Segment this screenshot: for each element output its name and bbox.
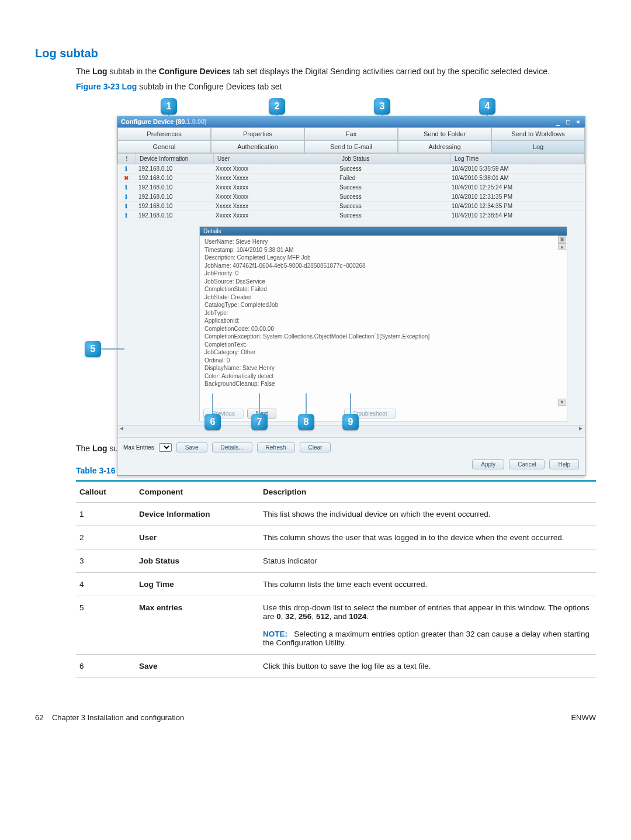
cell-device: 192.168.0.10 (135, 184, 212, 191)
figure-container: 1 2 3 4 Configure Device (80.1.0.00) _ □… (76, 98, 596, 437)
cell-status: Success (336, 165, 448, 172)
refresh-button[interactable]: Refresh (257, 443, 295, 452)
tab-send-to-folder[interactable]: Send to Folder (398, 127, 491, 140)
details-text: UserName: Steve Henry Timestamp: 10/4/20… (204, 238, 429, 387)
callout-bubble-7: 7 (251, 414, 268, 430)
tab-properties[interactable]: Properties (211, 127, 304, 140)
cell-device: 192.168.0.10 (135, 174, 212, 182)
tab-log[interactable]: Log (491, 140, 585, 153)
details-button[interactable]: Details... (212, 443, 252, 452)
cell-device: 192.168.0.10 (135, 202, 212, 210)
status-icon: ℹ (117, 184, 135, 191)
cell-status: Success (336, 212, 448, 219)
cell-time: 10/4/2010 12:34:35 PM (448, 202, 585, 210)
status-icon: ℹ (117, 193, 135, 201)
cell-user: Xxxxx Xxxxx (212, 193, 336, 201)
cancel-button[interactable]: Cancel (509, 459, 545, 469)
callout-line (306, 393, 307, 414)
dialog-footer-buttons: Apply Cancel Help (117, 456, 585, 475)
callout-bubble-6: 6 (204, 414, 221, 430)
log-header-row: ! Device Information User Job Status Log… (117, 153, 585, 164)
lower-toolbar: Max Entries Save Details... Refresh Clea… (117, 437, 585, 456)
status-icon: ✖ (117, 174, 135, 182)
figure-caption: Figure 3-23 Log subtab in the Configure … (76, 81, 596, 93)
table-row[interactable]: ✖192.168.0.10Xxxxx XxxxxFailed10/4/2010 … (117, 174, 585, 183)
cell-callout: 4 (76, 573, 136, 596)
cell-user: Xxxxx Xxxxx (212, 174, 336, 182)
cell-status: Success (336, 202, 448, 210)
cell-component: Device Information (136, 503, 259, 526)
callout-line (212, 393, 213, 414)
tab-send-to-workflows[interactable]: Send to Workflows (491, 127, 585, 140)
cell-description: Status indicator (259, 549, 596, 573)
clear-button[interactable]: Clear (300, 443, 331, 452)
table-row[interactable]: ℹ192.168.0.10Xxxxx XxxxxSuccess10/4/2010… (117, 183, 585, 192)
tab-preferences[interactable]: Preferences (117, 127, 211, 140)
table-row: 5Max entriesUse this drop-down list to s… (76, 596, 596, 655)
tab-send-to-email[interactable]: Send to E-mail (304, 140, 398, 153)
table-row[interactable]: ℹ192.168.0.10Xxxxx XxxxxSuccess10/4/2010… (117, 211, 585, 220)
intro-paragraph: The Log subtab in the Configure Devices … (76, 66, 596, 78)
cell-component: User (136, 526, 259, 549)
sub-tab-row: General Authentication Send to E-mail Ad… (117, 140, 585, 153)
window-title: Configure Device (80. (121, 118, 186, 125)
th-component: Component (136, 481, 259, 503)
apply-button[interactable]: Apply (472, 459, 504, 469)
col-header-device[interactable]: Device Information (136, 154, 214, 164)
cell-description: This column lists the time each event oc… (259, 573, 596, 596)
cell-description: Click this button to save the log file a… (259, 655, 596, 678)
col-header-logtime[interactable]: Log Time (451, 154, 584, 164)
details-scrollbar[interactable]: ▣▲ (559, 236, 566, 251)
cell-component: Max entries (136, 596, 259, 655)
callout-bubble-9: 9 (342, 414, 359, 430)
callout-bubble-3: 3 (374, 98, 390, 115)
cell-time: 10/4/2010 12:38:54 PM (448, 212, 585, 219)
col-header-user[interactable]: User (214, 154, 338, 164)
cell-callout: 2 (76, 526, 136, 549)
log-rows: ℹ192.168.0.10Xxxxx XxxxxSuccess10/4/2010… (117, 164, 585, 220)
cell-time: 10/4/2010 12:31:35 PM (448, 193, 585, 201)
callout-line (101, 348, 124, 350)
tab-fax[interactable]: Fax (304, 127, 398, 140)
table-row: 6SaveClick this button to save the log f… (76, 655, 596, 678)
callout-bubble-8: 8 (298, 414, 314, 430)
window-controls[interactable]: _ □ × (556, 118, 581, 126)
page-footer: 62 Chapter 3 Installation and configurat… (35, 713, 596, 722)
cell-description: This list shows the individual device on… (259, 503, 596, 526)
details-header: Details (200, 227, 567, 236)
col-header-status[interactable]: Job Status (338, 154, 451, 164)
cell-status: Success (336, 184, 448, 191)
cell-time: 10/4/2010 12:25:24 PM (448, 184, 585, 191)
help-button[interactable]: Help (549, 459, 579, 469)
max-entries-label: Max Entries (123, 444, 154, 451)
callout-bubble-5: 5 (85, 341, 101, 357)
callout-line (259, 393, 260, 414)
th-callout: Callout (76, 481, 136, 503)
details-scrollbar-down[interactable]: ▼ (559, 399, 566, 406)
section-heading: Log subtab (35, 47, 596, 60)
tab-authentication[interactable]: Authentication (211, 140, 304, 153)
cell-user: Xxxxx Xxxxx (212, 212, 336, 219)
cell-description: This column shows the user that was logg… (259, 526, 596, 549)
th-description: Description (259, 481, 596, 503)
footer-right: ENWW (571, 713, 596, 722)
table-row[interactable]: ℹ192.168.0.10Xxxxx XxxxxSuccess10/4/2010… (117, 164, 585, 174)
tab-addressing[interactable]: Addressing (398, 140, 491, 153)
page-number: 62 (35, 713, 43, 722)
table-row[interactable]: ℹ192.168.0.10Xxxxx XxxxxSuccess10/4/2010… (117, 202, 585, 211)
max-entries-select[interactable] (159, 443, 172, 452)
cell-callout: 6 (76, 655, 136, 678)
cell-callout: 3 (76, 549, 136, 573)
cell-user: Xxxxx Xxxxx (212, 165, 336, 172)
cell-time: 10/4/2010 5:35:59 AM (448, 165, 585, 172)
cell-component: Save (136, 655, 259, 678)
window-title-suffix: 1.0.00) (186, 118, 206, 125)
tab-general[interactable]: General (117, 140, 211, 153)
cell-device: 192.168.0.10 (135, 193, 212, 201)
cell-component: Log Time (136, 573, 259, 596)
cell-status: Failed (336, 174, 448, 182)
col-header-alert[interactable]: ! (118, 154, 136, 164)
save-button[interactable]: Save (176, 443, 207, 452)
window-titlebar: Configure Device (80.1.0.00) _ □ × (117, 116, 585, 127)
table-row[interactable]: ℹ192.168.0.10Xxxxx XxxxxSuccess10/4/2010… (117, 192, 585, 202)
